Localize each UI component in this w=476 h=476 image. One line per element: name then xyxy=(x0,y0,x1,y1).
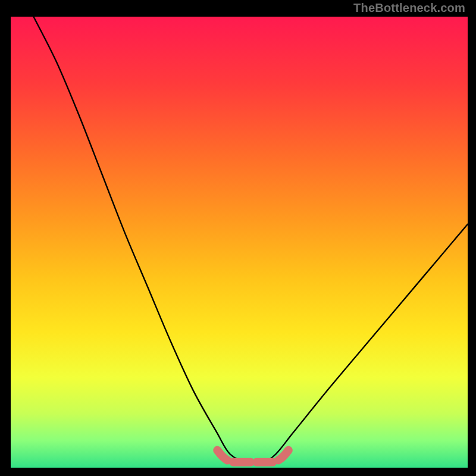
heat-gradient xyxy=(11,17,468,468)
watermark-text: TheBottleneck.com xyxy=(353,1,465,15)
frame-right xyxy=(468,0,476,476)
chart-stage: TheBottleneck.com xyxy=(0,0,476,476)
frame-bottom xyxy=(0,468,476,476)
frame-left xyxy=(0,0,11,476)
